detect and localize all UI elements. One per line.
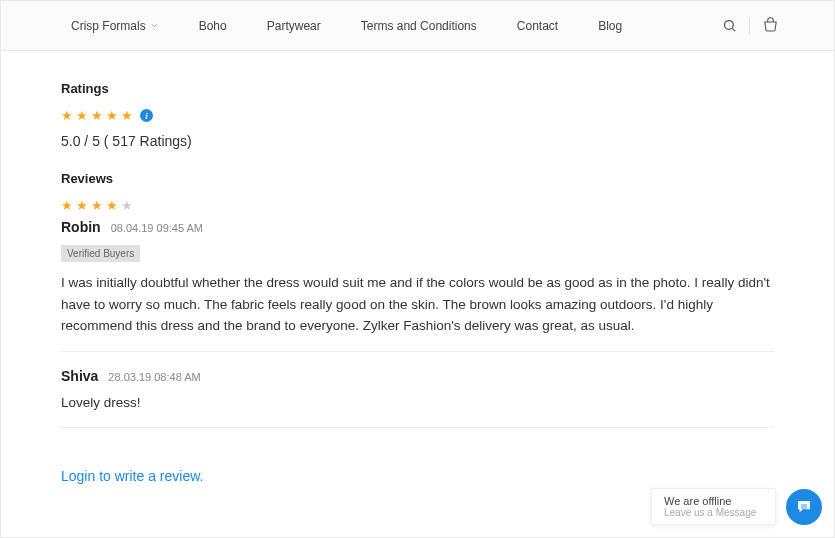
review-author: Robin <box>61 219 101 235</box>
verified-badge: Verified Buyers <box>61 245 140 262</box>
rating-summary: 5.0 / 5 ( 517 Ratings) <box>61 133 774 149</box>
svg-line-1 <box>732 28 735 31</box>
nav-crisp-formals[interactable]: Crisp Formals <box>71 19 159 33</box>
review-item: ★ ★ ★ ★ ★ Robin 08.04.19 09:45 AM Verifi… <box>61 198 774 352</box>
review-item: Shiva 28.03.19 08:48 AM Lovely dress! <box>61 368 774 429</box>
review-body: Lovely dress! <box>61 392 774 414</box>
chevron-down-icon <box>150 19 159 33</box>
divider <box>749 18 750 34</box>
star-icon: ★ <box>76 198 88 213</box>
cart-icon[interactable] <box>762 17 779 34</box>
star-icon: ★ <box>121 108 133 123</box>
review-body: I was initially doubtful whether the dre… <box>61 272 774 337</box>
chat-bubble-button[interactable] <box>786 489 822 525</box>
svg-point-0 <box>725 21 734 30</box>
nav-links: Crisp Formals Boho Partywear Terms and C… <box>71 19 622 33</box>
review-date: 08.04.19 09:45 AM <box>111 222 203 234</box>
star-icon: ★ <box>106 108 118 123</box>
star-icon: ★ <box>106 198 118 213</box>
review-date: 28.03.19 08:48 AM <box>108 371 200 383</box>
star-icon: ★ <box>91 108 103 123</box>
star-icon: ★ <box>61 108 73 123</box>
ratings-heading: Ratings <box>61 81 774 96</box>
chat-icon <box>795 498 813 516</box>
star-icon: ★ <box>76 108 88 123</box>
main-content: Ratings ★ ★ ★ ★ ★ i 5.0 / 5 ( 517 Rating… <box>1 51 834 505</box>
star-icon: ★ <box>61 198 73 213</box>
chat-subtitle: Leave us a Message <box>664 507 763 518</box>
star-empty-icon: ★ <box>121 198 133 213</box>
reviews-heading: Reviews <box>61 171 774 186</box>
login-link[interactable]: Login to write a review. <box>61 468 203 484</box>
search-icon[interactable] <box>722 18 737 33</box>
nav-partywear[interactable]: Partywear <box>267 19 321 33</box>
info-icon[interactable]: i <box>140 109 153 122</box>
review-stars: ★ ★ ★ ★ ★ <box>61 198 774 213</box>
nav-actions <box>722 17 779 34</box>
review-header: Shiva 28.03.19 08:48 AM <box>61 368 774 384</box>
overall-stars: ★ ★ ★ ★ ★ i <box>61 108 774 123</box>
review-author: Shiva <box>61 368 98 384</box>
chat-widget: We are offline Leave us a Message <box>651 488 822 525</box>
review-header: Robin 08.04.19 09:45 AM <box>61 219 774 235</box>
nav-terms[interactable]: Terms and Conditions <box>361 19 477 33</box>
nav-boho[interactable]: Boho <box>199 19 227 33</box>
nav-contact[interactable]: Contact <box>517 19 558 33</box>
nav-blog[interactable]: Blog <box>598 19 622 33</box>
star-icon: ★ <box>91 198 103 213</box>
chat-status-box[interactable]: We are offline Leave us a Message <box>651 488 776 525</box>
chat-title: We are offline <box>664 495 763 507</box>
top-navbar: Crisp Formals Boho Partywear Terms and C… <box>1 1 834 51</box>
nav-label: Crisp Formals <box>71 19 146 33</box>
